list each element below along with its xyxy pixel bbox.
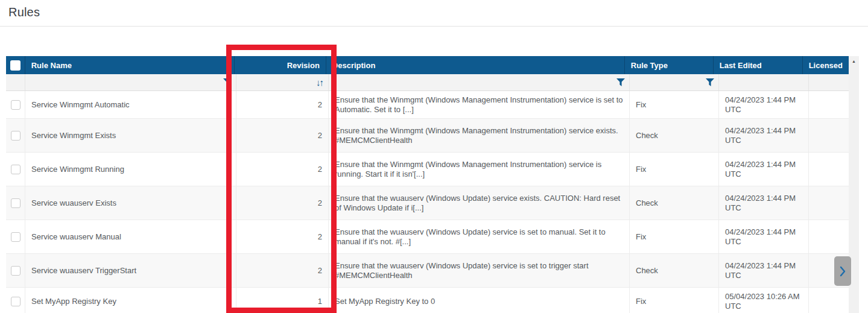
table-row: Set MyApp Registry Key 1 Set MyApp Regis… — [6, 288, 849, 313]
row-checkbox[interactable] — [11, 165, 21, 174]
rule-name-text: Service wuauserv Exists — [31, 198, 116, 208]
row-checkbox-cell — [6, 288, 25, 313]
rule-name-cell[interactable]: Service wuauserv TriggerStart — [25, 254, 236, 287]
rules-table: Rule Name Revision Description Rule Type… — [6, 56, 849, 313]
page-header: Rules — [0, 0, 868, 27]
last-edited-text: 05/04/2023 10:26 AM UTC — [725, 292, 802, 311]
rule-type-cell: Fix — [630, 91, 719, 118]
filter-funnel-icon[interactable] — [223, 78, 232, 86]
filter-cell-revision: ↓↑ — [236, 74, 329, 90]
rule-name-text: Service Winmgmt Automatic — [31, 100, 130, 110]
revision-value: 2 — [318, 131, 322, 141]
licensed-cell — [809, 91, 849, 118]
rule-type-cell: Check — [630, 254, 719, 287]
filter-cell-last-edited — [719, 74, 809, 90]
rule-type-text: Fix — [636, 100, 646, 110]
last-edited-text: 04/24/2023 1:44 PM UTC — [725, 227, 802, 247]
licensed-cell — [809, 288, 849, 313]
table-row: Service Winmgmt Running 2 Ensure that th… — [6, 153, 849, 186]
description-cell: Ensure that the Winmgmt (Windows Managem… — [329, 91, 630, 118]
revision-cell: 2 — [236, 91, 329, 118]
rule-type-cell: Fix — [630, 153, 719, 186]
revision-value: 2 — [318, 232, 322, 242]
rule-name-cell[interactable]: Service wuauserv Exists — [25, 186, 236, 220]
rule-name-cell[interactable]: Service Winmgmt Automatic — [25, 91, 236, 118]
row-checkbox[interactable] — [11, 131, 21, 141]
last-edited-text: 04/24/2023 1:44 PM UTC — [725, 194, 802, 213]
filter-cell-rule-name — [25, 74, 236, 90]
revision-cell: 2 — [236, 153, 329, 186]
scroll-right-button[interactable] — [834, 256, 851, 286]
column-header-description[interactable]: Description — [326, 56, 625, 74]
rule-type-cell: Fix — [630, 288, 719, 313]
last-edited-cell: 05/04/2023 10:26 AM UTC — [719, 288, 809, 313]
description-text: Ensure that the Winmgmt (Windows Managem… — [335, 95, 623, 115]
sort-icon[interactable]: ↓↑ — [316, 78, 324, 87]
page-title: Rules — [8, 5, 40, 19]
filter-cell-licensed — [809, 74, 849, 90]
licensed-cell — [809, 119, 849, 152]
row-checkbox-cell — [6, 119, 25, 152]
description-cell: Ensure that the wuauserv (Windows Update… — [329, 186, 630, 220]
last-edited-cell: 04/24/2023 1:44 PM UTC — [719, 186, 809, 220]
rule-type-text: Check — [636, 131, 658, 141]
rule-type-text: Check — [636, 198, 658, 208]
last-edited-cell: 04/24/2023 1:44 PM UTC — [719, 119, 809, 152]
column-header-licensed[interactable]: Licensed — [803, 56, 849, 74]
filter-funnel-icon[interactable] — [616, 78, 625, 86]
table-row: Service wuauserv TriggerStart 2 Ensure t… — [6, 254, 849, 288]
description-text: Set MyApp Registry Key to 0 — [335, 297, 435, 306]
last-edited-text: 04/24/2023 1:44 PM UTC — [725, 160, 802, 179]
description-cell: Ensure that the wuauserv (Windows Update… — [329, 254, 630, 287]
filter-cell-description — [329, 74, 630, 90]
rule-name-text: Service Winmgmt Running — [31, 165, 124, 174]
row-checkbox[interactable] — [11, 198, 21, 208]
revision-value: 2 — [318, 198, 322, 208]
revision-cell: 1 — [236, 288, 329, 313]
row-checkbox[interactable] — [11, 266, 21, 276]
description-text: Ensure that the wuauserv (Windows Update… — [335, 227, 623, 247]
rule-name-cell[interactable]: Set MyApp Registry Key — [25, 288, 236, 313]
rule-type-cell: Fix — [630, 220, 719, 253]
column-header-rule-type[interactable]: Rule Type — [625, 56, 714, 74]
rule-name-cell[interactable]: Service Winmgmt Exists — [25, 119, 236, 152]
revision-cell: 2 — [236, 186, 329, 220]
row-checkbox-cell — [6, 91, 25, 118]
row-checkbox[interactable] — [11, 297, 21, 306]
scrollbar-up-arrow-icon[interactable]: ▲ — [849, 56, 859, 66]
revision-cell: 2 — [236, 254, 329, 287]
last-edited-cell: 04/24/2023 1:44 PM UTC — [719, 254, 809, 287]
table-rows: Service Winmgmt Automatic 2 Ensure that … — [6, 91, 849, 313]
description-text: Ensure that the Winmgmt (Windows Managem… — [335, 160, 623, 179]
rule-name-text: Service wuauserv TriggerStart — [31, 266, 136, 276]
description-cell: Set MyApp Registry Key to 0 — [329, 288, 630, 313]
revision-value: 2 — [318, 100, 322, 110]
last-edited-text: 04/24/2023 1:44 PM UTC — [725, 261, 802, 280]
description-text: Ensure that the wuauserv (Windows Update… — [335, 194, 623, 213]
revision-value: 1 — [318, 297, 322, 306]
chevron-right-icon — [840, 266, 846, 277]
description-cell: Ensure that the wuauserv (Windows Update… — [329, 220, 630, 253]
row-checkbox[interactable] — [11, 232, 21, 242]
filter-row: ↓↑ — [6, 74, 849, 91]
rule-name-cell[interactable]: Service wuauserv Manual — [25, 220, 236, 253]
table-row: Service wuauserv Exists 2 Ensure that th… — [6, 186, 849, 220]
rule-name-cell[interactable]: Service Winmgmt Running — [25, 153, 236, 186]
filter-funnel-icon[interactable] — [706, 78, 714, 86]
table-header-row: Rule Name Revision Description Rule Type… — [6, 56, 849, 74]
description-cell: Ensure that the Winmgmt (Windows Managem… — [329, 119, 630, 152]
last-edited-text: 04/24/2023 1:44 PM UTC — [725, 95, 802, 115]
row-checkbox[interactable] — [11, 100, 21, 110]
filter-cell-rule-type — [630, 74, 719, 90]
rule-type-cell: Check — [630, 186, 719, 220]
rule-type-text: Fix — [636, 232, 646, 242]
column-header-rule-name[interactable]: Rule Name — [25, 56, 235, 74]
select-all-checkbox[interactable] — [10, 60, 21, 71]
rule-type-text: Fix — [636, 165, 646, 174]
description-text: Ensure that the wuauserv (Windows Update… — [335, 261, 623, 280]
table-row: Service Winmgmt Automatic 2 Ensure that … — [6, 91, 849, 119]
row-checkbox-cell — [6, 254, 25, 287]
column-header-revision[interactable]: Revision — [235, 56, 326, 74]
row-checkbox-cell — [6, 186, 25, 220]
column-header-last-edited[interactable]: Last Edited — [714, 56, 803, 74]
